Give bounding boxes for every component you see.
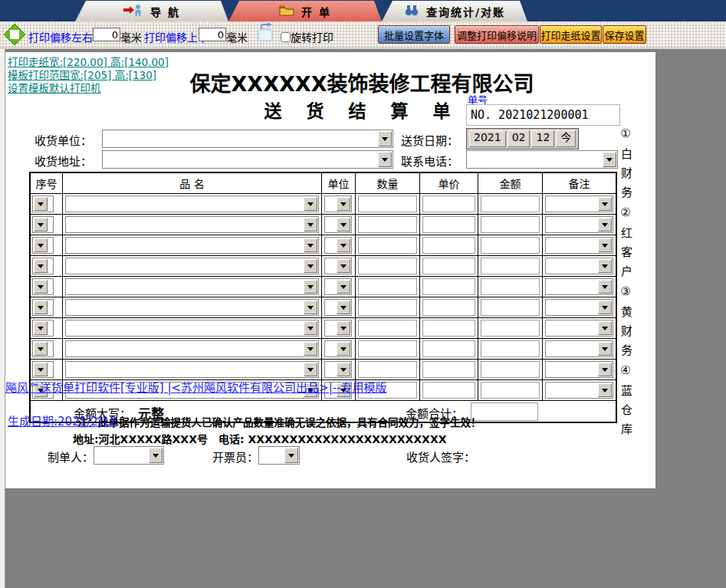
rotate-print-checkbox[interactable]: [281, 32, 291, 42]
chevron-down-icon[interactable]: [378, 152, 392, 167]
set-printer-link[interactable]: 设置模板默认打印机: [8, 80, 101, 95]
price-field[interactable]: [422, 216, 475, 233]
maker-combo[interactable]: [94, 446, 164, 465]
price-field[interactable]: [422, 258, 475, 274]
chevron-down-icon[interactable]: [337, 363, 350, 376]
price-field[interactable]: [422, 195, 475, 212]
product-name-dropdown[interactable]: [65, 258, 319, 274]
amount-field[interactable]: [481, 278, 540, 295]
chevron-down-icon[interactable]: [337, 342, 350, 356]
unit-dropdown[interactable]: [324, 237, 352, 254]
address-combo[interactable]: [102, 150, 393, 169]
chevron-down-icon[interactable]: [598, 383, 612, 397]
software-watermark-link[interactable]: 飚风™送货单打印软件[专业版] |<苏州飚风软件有限公司出品>|--专用模版: [5, 379, 387, 395]
row-index-dropdown[interactable]: [32, 237, 54, 254]
row-index-dropdown[interactable]: [32, 258, 54, 274]
offset-ud-input[interactable]: [199, 28, 226, 41]
remark-dropdown[interactable]: [545, 299, 613, 316]
chevron-down-icon[interactable]: [337, 218, 350, 232]
chevron-down-icon[interactable]: [34, 342, 48, 356]
product-name-dropdown[interactable]: [65, 320, 319, 337]
remark-dropdown[interactable]: [545, 361, 613, 378]
chevron-down-icon[interactable]: [337, 197, 350, 211]
save-settings-button[interactable]: 保存设置: [603, 25, 646, 44]
clerk-combo[interactable]: [258, 446, 300, 465]
chevron-down-icon[interactable]: [34, 301, 48, 314]
chevron-down-icon[interactable]: [598, 342, 612, 356]
chevron-down-icon[interactable]: [304, 301, 317, 314]
row-index-dropdown[interactable]: [32, 320, 54, 337]
product-name-dropdown[interactable]: [65, 278, 319, 295]
unit-dropdown[interactable]: [324, 340, 352, 357]
chevron-down-icon[interactable]: [304, 342, 317, 356]
quantity-field[interactable]: [358, 216, 417, 233]
amount-field[interactable]: [481, 258, 540, 274]
product-name-dropdown[interactable]: [65, 340, 319, 357]
quantity-field[interactable]: [358, 340, 417, 357]
chevron-down-icon[interactable]: [284, 448, 298, 463]
quantity-field[interactable]: [358, 195, 417, 212]
phone-combo[interactable]: [466, 150, 618, 169]
remark-dropdown[interactable]: [545, 237, 613, 254]
unit-dropdown[interactable]: [324, 278, 352, 295]
chevron-down-icon[interactable]: [598, 238, 612, 252]
amount-field[interactable]: [481, 216, 540, 233]
receiver-combo[interactable]: [102, 130, 393, 148]
chevron-down-icon[interactable]: [603, 152, 616, 167]
remark-dropdown[interactable]: [545, 216, 613, 233]
chevron-down-icon[interactable]: [598, 197, 612, 211]
row-index-dropdown[interactable]: [32, 216, 54, 233]
row-index-dropdown[interactable]: [32, 278, 54, 295]
tab-navigation[interactable]: 导 航: [75, 1, 228, 21]
amount-field[interactable]: [481, 340, 540, 357]
row-index-dropdown[interactable]: [32, 299, 54, 316]
product-name-dropdown[interactable]: [65, 237, 319, 254]
chevron-down-icon[interactable]: [598, 321, 612, 335]
amount-field[interactable]: [481, 382, 540, 399]
price-field[interactable]: [422, 237, 475, 254]
product-name-dropdown[interactable]: [65, 361, 319, 378]
date-year-button[interactable]: 2021: [469, 130, 506, 147]
chevron-down-icon[interactable]: [304, 218, 317, 232]
chevron-down-icon[interactable]: [337, 321, 350, 335]
date-day-button[interactable]: 12: [531, 130, 554, 147]
remark-dropdown[interactable]: [545, 278, 613, 295]
remark-dropdown[interactable]: [545, 258, 613, 274]
quantity-field[interactable]: [358, 361, 417, 378]
chevron-down-icon[interactable]: [34, 259, 48, 273]
amount-field[interactable]: [481, 361, 540, 378]
remark-dropdown[interactable]: [545, 340, 613, 357]
order-no-field[interactable]: NO. 2021021200001: [466, 104, 620, 126]
quantity-field[interactable]: [358, 299, 417, 316]
paper-feed-button[interactable]: 打印走纸设置: [540, 25, 602, 44]
date-today-button[interactable]: 今: [556, 130, 576, 147]
chevron-down-icon[interactable]: [598, 280, 612, 294]
unit-dropdown[interactable]: [324, 216, 352, 233]
chevron-down-icon[interactable]: [337, 259, 350, 273]
quantity-field[interactable]: [358, 258, 417, 274]
chevron-down-icon[interactable]: [304, 363, 317, 376]
chevron-down-icon[interactable]: [337, 238, 350, 252]
chevron-down-icon[interactable]: [598, 363, 612, 376]
quantity-field[interactable]: [358, 278, 417, 295]
chevron-down-icon[interactable]: [34, 321, 48, 335]
chevron-down-icon[interactable]: [34, 218, 48, 232]
tab-create-order[interactable]: 开 单: [228, 1, 382, 21]
unit-dropdown[interactable]: [324, 299, 352, 316]
chevron-down-icon[interactable]: [34, 197, 48, 211]
quantity-field[interactable]: [358, 237, 417, 254]
amount-field[interactable]: [481, 299, 540, 316]
row-index-dropdown[interactable]: [32, 195, 54, 212]
chevron-down-icon[interactable]: [34, 238, 48, 252]
amount-field[interactable]: [481, 237, 540, 254]
product-name-dropdown[interactable]: [65, 195, 319, 212]
unit-dropdown[interactable]: [324, 195, 352, 212]
chevron-down-icon[interactable]: [304, 259, 317, 273]
price-field[interactable]: [422, 320, 475, 337]
offset-lr-input[interactable]: [93, 28, 120, 41]
chevron-down-icon[interactable]: [598, 218, 612, 232]
chevron-down-icon[interactable]: [598, 259, 612, 273]
chevron-down-icon[interactable]: [34, 280, 48, 294]
amount-field[interactable]: [481, 195, 540, 212]
batch-font-button[interactable]: 批量设置字体: [378, 25, 450, 44]
